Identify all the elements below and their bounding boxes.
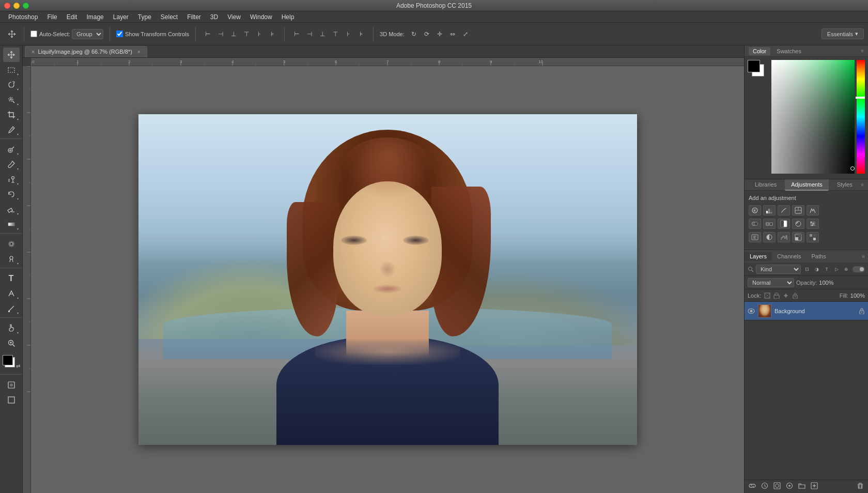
lasso-tool-button[interactable]: ▾ [3,78,20,92]
new-layer-group-button[interactable] [797,481,807,492]
pen-tool-button[interactable]: ▾ [3,301,20,316]
quick-mask-button[interactable] [3,378,20,392]
color-balance-button[interactable] [763,219,776,229]
blur-tool-button[interactable] [3,237,20,251]
marquee-tool-button[interactable]: ▾ [3,63,20,77]
3d-pan-button[interactable]: ✛ [434,28,445,40]
align-bottom-button[interactable]: ⊧ [267,28,278,40]
quick-select-tool-button[interactable]: ▾ [3,93,20,107]
menu-select[interactable]: Select [157,12,182,22]
lock-all-icon[interactable] [792,292,798,299]
distribute-top-button[interactable]: ⊤ [330,28,341,40]
path-selection-tool-button[interactable]: ▾ [3,286,20,301]
align-right-button[interactable]: ⊥ [228,28,239,40]
menu-file[interactable]: File [43,12,61,22]
layer-mask-button[interactable] [772,481,782,492]
clone-stamp-tool-button[interactable]: ▾ [3,172,20,187]
distribute-right-button[interactable]: ⊥ [317,28,328,40]
3d-roll-button[interactable]: ⟳ [421,28,432,40]
curves-button[interactable] [778,205,790,215]
filter-kind-dropdown[interactable]: Kind [756,265,801,274]
maximize-window-button[interactable] [23,3,29,9]
align-center-v-button[interactable]: ⊦ [254,28,265,40]
lock-position-icon[interactable] [783,292,789,299]
menu-filter[interactable]: Filter [183,12,205,22]
threshold-button[interactable] [792,232,804,242]
levels-button[interactable] [763,205,776,215]
black-white-button[interactable] [778,219,790,229]
history-brush-tool-button[interactable]: ▾ [3,187,20,202]
move-tool-button[interactable] [3,48,20,62]
essentials-button[interactable]: Essentials ▾ [822,28,864,39]
new-adjustment-layer-button[interactable] [785,481,794,492]
layers-tab[interactable]: Layers [745,252,772,261]
filter-shape-icon[interactable]: ▷ [832,265,841,273]
swap-colors-icon[interactable]: ⇄ [16,363,20,369]
menu-help[interactable]: Help [277,12,299,22]
menu-photoshop[interactable]: Photoshop [4,12,42,22]
document-tab[interactable]: × LiquifyImage.jpeg @ 66.7% (RGB/8*) × [25,46,147,57]
photo-filter-button[interactable] [792,219,804,229]
auto-select-dropdown[interactable]: Group Layer [72,29,103,39]
libraries-tab[interactable]: Libraries [749,179,783,191]
layer-background-item[interactable]: Background [745,302,868,320]
color-lookup-button[interactable] [749,232,761,242]
hue-saturation-button[interactable] [749,219,761,229]
align-center-h-button[interactable]: ⊣ [215,28,226,40]
menu-type[interactable]: Type [134,12,156,22]
filter-pixel-icon[interactable]: ⊡ [803,265,811,273]
layers-panel-menu[interactable]: ≡ [859,252,868,261]
distribute-center-v-button[interactable]: ⊦ [343,28,354,40]
zoom-tool-button[interactable] [3,336,20,350]
close-window-button[interactable] [4,3,10,9]
eyedropper-tool-button[interactable]: ▾ [3,122,20,137]
delete-layer-button[interactable] [856,481,865,492]
filter-smartobject-icon[interactable]: ⊕ [842,265,850,273]
channel-mixer-button[interactable] [807,219,819,229]
color-spectrum-area[interactable] [771,60,865,174]
3d-rotate-button[interactable]: ↻ [408,28,420,40]
styles-tab[interactable]: Styles [831,179,859,191]
distribute-bottom-button[interactable]: ⊧ [355,28,367,40]
distribute-left-button[interactable]: ⊢ [291,28,302,40]
foreground-color-swatch[interactable] [3,355,13,365]
layer-link-button[interactable] [748,481,757,492]
selective-color-button[interactable] [807,232,819,242]
menu-layer[interactable]: Layer [109,12,133,22]
align-left-button[interactable]: ⊢ [202,28,213,40]
vibrance-button[interactable] [807,205,819,215]
screen-mode-button[interactable] [3,393,20,407]
adjustments-panel-menu[interactable]: ≡ [861,182,864,188]
gradient-tool-button[interactable]: ▾ [3,217,20,232]
layer-style-button[interactable] [760,481,769,492]
invert-button[interactable] [763,232,776,242]
menu-edit[interactable]: Edit [63,12,82,22]
channels-tab[interactable]: Channels [772,252,806,261]
foreground-color-preview[interactable] [748,60,760,72]
text-tool-button[interactable]: T [3,271,20,286]
lock-transparent-icon[interactable] [764,292,770,299]
align-top-button[interactable]: ⊤ [241,28,252,40]
menu-image[interactable]: Image [82,12,107,22]
canvas-viewport[interactable] [31,66,744,493]
healing-brush-tool-button[interactable]: ▾ [3,142,20,157]
filter-text-icon[interactable]: T [823,265,831,273]
filter-toggle[interactable] [853,266,865,272]
doc-tab-close-button[interactable]: × [137,49,141,55]
color-tab[interactable]: Color [749,47,770,55]
color-panel-menu[interactable]: ≡ [861,48,864,54]
new-layer-button[interactable] [810,481,819,492]
crop-tool-button[interactable]: ▾ [3,107,20,122]
brightness-contrast-button[interactable]: ☀ [749,205,761,215]
transform-controls-checkbox[interactable] [116,30,123,37]
blend-mode-dropdown[interactable]: Normal Multiply Screen Overlay [748,278,794,287]
brush-tool-button[interactable]: ▾ [3,157,20,172]
color-saturation-brightness[interactable] [771,60,855,174]
distribute-center-h-button[interactable]: ⊣ [304,28,315,40]
menu-view[interactable]: View [223,12,245,22]
dodge-tool-button[interactable]: ▾ [3,252,20,266]
3d-slide-button[interactable]: ⇔ [447,28,458,40]
filter-adjustment-icon[interactable]: ◑ [813,265,821,273]
exposure-button[interactable] [792,205,804,215]
hue-strip[interactable] [857,60,865,174]
